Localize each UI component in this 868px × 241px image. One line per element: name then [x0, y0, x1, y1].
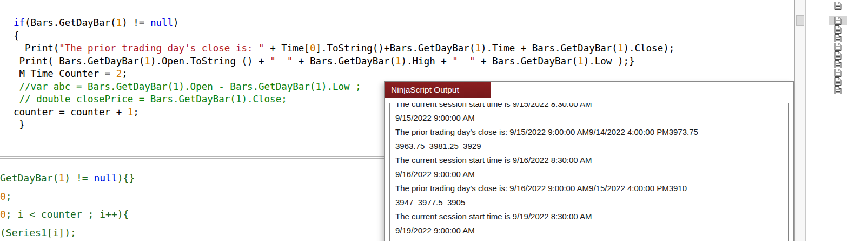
document-icon[interactable]: [829, 77, 847, 86]
document-icon[interactable]: [829, 1, 847, 10]
document-icon[interactable]: [829, 68, 847, 77]
document-icon-glyph: [834, 60, 842, 68]
output-line: 9/16/2022 9:00:00 AM: [395, 167, 788, 181]
output-content[interactable]: The current session start time is 9/15/2…: [389, 103, 789, 241]
ninjascript-editor-screen: if(Bars.GetDayBar(1) != null){ Print("Th…: [0, 0, 868, 241]
document-icon-glyph: [834, 34, 842, 42]
output-line: The current session start time is 9/16/2…: [395, 153, 788, 167]
code-line: M_Time_Counter = 2;: [14, 68, 674, 81]
document-icon[interactable]: [829, 51, 847, 60]
code-line: {: [14, 30, 674, 43]
output-line: 9/19/2022 9:00:00 AM: [395, 224, 788, 238]
code-pane-bottom[interactable]: GetDayBar(1) != null){}0;0; i < counter …: [0, 169, 135, 241]
output-window: NinjaScript Output The current session s…: [384, 81, 794, 241]
document-icon-glyph: [834, 43, 842, 51]
document-icon[interactable]: [829, 42, 847, 51]
code-line: Print( Bars.GetDayBar(1).Open.ToString (…: [14, 55, 674, 68]
document-icon-strip: [829, 0, 848, 241]
document-icon-glyph: [834, 51, 842, 60]
code-line: if(Bars.GetDayBar(1) != null): [14, 17, 674, 30]
output-line: The current session start time is 9/15/2…: [395, 103, 788, 111]
document-icon[interactable]: [829, 16, 847, 25]
code-line: Print("The prior trading day's close is:…: [14, 42, 674, 55]
document-icon-glyph: [834, 25, 842, 34]
document-icon-glyph: [834, 17, 842, 25]
output-window-titlebar[interactable]: NinjaScript Output: [385, 82, 491, 98]
output-line: 3963.75 3981.25 3929: [395, 139, 788, 153]
scrollbar-thumb[interactable]: [796, 15, 804, 26]
document-icon-glyph: [834, 77, 842, 86]
code-line: 0;: [0, 187, 135, 206]
document-icon[interactable]: [829, 60, 847, 68]
output-line: The prior trading day's close is: 9/15/2…: [395, 125, 788, 139]
document-icon[interactable]: [829, 25, 847, 34]
code-line: 0; i < counter ; i++){: [0, 205, 135, 224]
document-icon[interactable]: [829, 86, 847, 94]
document-icon[interactable]: [829, 34, 847, 42]
output-window-title: NinjaScript Output: [391, 85, 459, 94]
output-line: 9/15/2022 9:00:00 AM: [395, 111, 788, 125]
code-line: GetDayBar(1) != null){}: [0, 169, 135, 187]
output-line: 3947 3977.5 3905: [395, 196, 788, 210]
output-line: The current session start time is 9/19/2…: [395, 210, 788, 224]
output-line: The prior trading day's close is: 9/16/2…: [395, 181, 788, 196]
document-icon-glyph: [834, 69, 842, 77]
document-icon-glyph: [834, 86, 842, 94]
document-icon-glyph: [834, 2, 842, 10]
code-line: (Series1[i]);: [0, 224, 135, 241]
vertical-scrollbar[interactable]: [794, 0, 806, 241]
